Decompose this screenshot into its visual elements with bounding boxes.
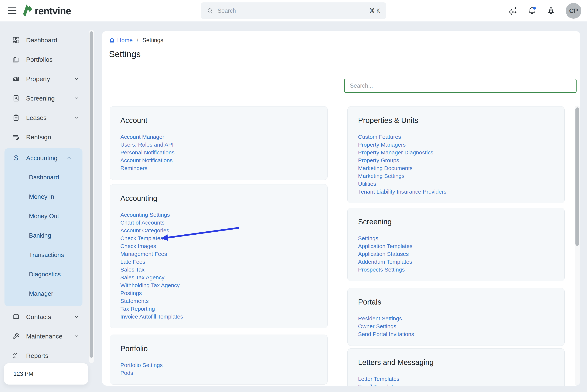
settings-link[interactable]: Account Notifications (120, 157, 173, 163)
menu-icon[interactable] (8, 7, 17, 14)
chevron-down-icon (74, 314, 79, 319)
sidebar-item-contacts[interactable]: Contacts (0, 307, 94, 326)
sidebar-item-manager[interactable]: Manager (5, 284, 83, 304)
settings-link[interactable]: Resident Settings (358, 315, 402, 322)
settings-link[interactable]: Postings (120, 290, 142, 296)
card-portals: Portals Resident Settings Owner Settings… (347, 288, 564, 346)
global-search[interactable]: ⌘ K (201, 2, 386, 19)
settings-link[interactable]: Pods (120, 370, 133, 376)
settings-link[interactable]: Prospects Settings (358, 266, 405, 273)
settings-link[interactable]: Settings (358, 235, 378, 241)
settings-link[interactable]: Marketing Documents (358, 165, 412, 171)
sidebar-item-label: Contacts (26, 313, 51, 320)
sidebar-item-maintenance[interactable]: Maintenance (0, 326, 94, 346)
sidebar-item-money-in[interactable]: Money In (5, 187, 83, 206)
breadcrumb: Home / Settings (109, 37, 163, 44)
settings-link[interactable]: Invoice Autofill Templates (120, 314, 183, 320)
settings-search-input[interactable] (344, 79, 576, 93)
settings-link[interactable]: Account Categories (120, 227, 169, 234)
settings-link[interactable]: Email Templates (358, 384, 399, 386)
settings-link[interactable]: Property Manager Diagnostics (358, 150, 433, 156)
page-scrollbar[interactable] (575, 106, 580, 386)
wrench-icon (12, 332, 20, 340)
settings-link[interactable]: Tax Reporting (120, 306, 155, 312)
sidebar-item-property[interactable]: Property (0, 69, 94, 88)
settings-link[interactable]: Statements (120, 298, 149, 304)
settings-link[interactable]: Marketing Settings (358, 173, 404, 179)
settings-link[interactable]: Reminders (120, 165, 147, 171)
settings-link[interactable]: Addendum Templates (358, 259, 412, 265)
bell-icon[interactable] (528, 6, 536, 15)
settings-link[interactable]: Property Groups (358, 157, 399, 163)
sidebar-item-label: Accounting (26, 154, 58, 162)
topbar-actions: CP (509, 0, 581, 22)
main-panel: Home / Settings Settings Account Account… (102, 31, 580, 386)
card-links: Letter Templates Email Templates (358, 375, 554, 386)
settings-link[interactable]: Sales Tax (120, 266, 145, 273)
document-search-icon (12, 94, 20, 102)
sidebar-item-transactions[interactable]: Transactions (5, 245, 83, 265)
settings-link[interactable]: Sales Tax Agency (120, 274, 164, 280)
settings-link[interactable]: Custom Features (358, 134, 401, 140)
sidebar-item-label: Reports (26, 352, 48, 359)
sidebar-item-diagnostics[interactable]: Diagnostics (5, 265, 83, 284)
sidebar-item-rentsign[interactable]: Rentsign (0, 127, 94, 147)
settings-link[interactable]: Application Statuses (358, 251, 409, 257)
card-links: Accounting Settings Chart of Accounts Ac… (120, 211, 317, 320)
global-search-input[interactable] (218, 8, 369, 14)
card-accounting: Accounting Accounting Settings Chart of … (110, 184, 328, 328)
settings-link[interactable]: Accounting Settings (120, 212, 170, 218)
sparkles-icon[interactable] (509, 6, 517, 15)
sidebar-scrollbar-thumb[interactable] (90, 31, 93, 358)
sidebar-item-reports[interactable]: Reports (0, 346, 94, 365)
sidebar-item-label: Portfolios (26, 56, 53, 63)
clipboard-icon (12, 114, 20, 122)
chart-icon (12, 352, 20, 359)
footer-badge-text: 123 PM (14, 370, 34, 377)
sidebar-item-accounting-dashboard[interactable]: Dashboard (5, 168, 83, 187)
chevron-down-icon (74, 334, 79, 338)
settings-link[interactable]: Property Managers (358, 142, 406, 148)
sidebar-scrollbar[interactable] (89, 30, 94, 363)
sidebar-item-label: Money Out (29, 212, 59, 220)
breadcrumb-home-label: Home (117, 37, 133, 44)
avatar[interactable]: CP (566, 3, 581, 19)
card-title: Portals (358, 297, 554, 307)
rentvine-logo[interactable]: rentvine (23, 2, 71, 19)
card-title: Properties & Units (358, 115, 554, 126)
settings-link[interactable]: Owner Settings (358, 323, 396, 329)
card-title: Letters and Messaging (358, 357, 554, 368)
card-links: Settings Application Templates Applicati… (358, 234, 554, 274)
settings-link[interactable]: Personal Notifications (120, 150, 175, 156)
settings-link[interactable]: Portfolio Settings (120, 362, 163, 368)
card-title: Account (120, 115, 317, 126)
rocket-icon[interactable] (547, 6, 555, 15)
settings-link[interactable]: Letter Templates (358, 376, 399, 382)
settings-link[interactable]: Application Templates (358, 243, 412, 249)
settings-link[interactable]: Management Fees (120, 251, 167, 257)
settings-link[interactable]: Users, Roles and API (120, 142, 174, 148)
sidebar-item-money-out[interactable]: Money Out (5, 206, 83, 226)
sidebar-item-screening[interactable]: Screening (0, 88, 94, 108)
settings-link[interactable]: Check Images (120, 243, 156, 249)
card-letters-messaging: Letters and Messaging Letter Templates E… (347, 348, 564, 386)
page-scrollbar-thumb[interactable] (575, 108, 579, 246)
settings-link[interactable]: Withholding Tax Agency (120, 282, 180, 288)
settings-link[interactable]: Utilities (358, 181, 376, 187)
sidebar-item-portfolios[interactable]: Portfolios (0, 50, 94, 69)
settings-link[interactable]: Account Manager (120, 134, 164, 140)
cards-right-column: Properties & Units Custom Features Prope… (347, 106, 564, 386)
chevron-down-icon (74, 116, 79, 120)
settings-link[interactable]: Late Fees (120, 259, 145, 265)
sidebar-item-dashboard[interactable]: Dashboard (0, 30, 94, 50)
breadcrumb-home-link[interactable]: Home (109, 37, 133, 44)
sidebar-item-accounting[interactable]: $ Accounting (5, 148, 83, 168)
settings-link[interactable]: Send Portal Invitations (358, 331, 414, 337)
settings-link[interactable]: Chart of Accounts (120, 220, 165, 226)
sidebar-item-leases[interactable]: Leases (0, 108, 94, 127)
card-links: Resident Settings Owner Settings Send Po… (358, 314, 554, 338)
chevron-down-icon (74, 77, 79, 81)
sidebar-item-banking[interactable]: Banking (5, 226, 83, 245)
settings-link-check-templates[interactable]: Check Templates (120, 235, 163, 241)
settings-link[interactable]: Tenant Liability Insurance Providers (358, 188, 446, 195)
